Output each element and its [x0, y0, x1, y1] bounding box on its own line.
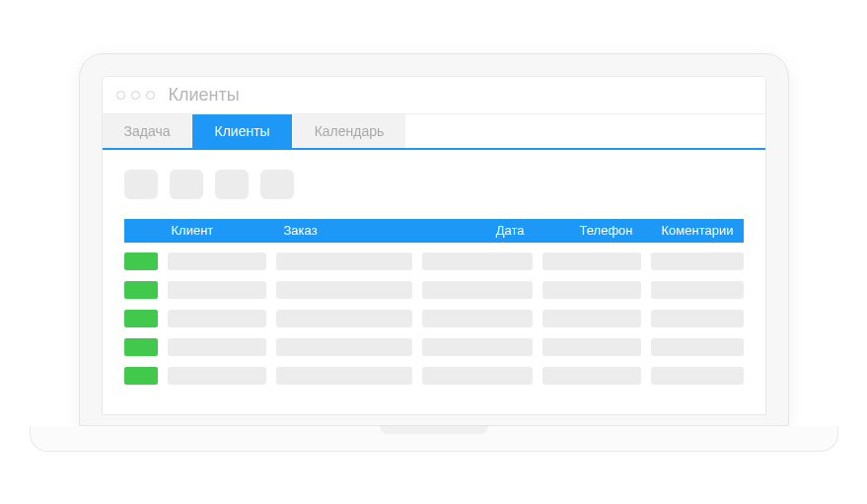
table-row[interactable] [124, 252, 744, 270]
cell-comment [651, 367, 744, 385]
window-minimize-icon[interactable] [131, 91, 140, 100]
window-zoom-icon[interactable] [146, 91, 155, 100]
cell-order [276, 310, 412, 327]
cell-phone [542, 310, 641, 327]
laptop-base [30, 426, 838, 452]
cell-comment [651, 310, 744, 327]
cell-phone [542, 281, 641, 299]
window-titlebar: Клиенты [103, 77, 765, 114]
window-close-icon[interactable] [116, 91, 125, 100]
table-header: Клиент Заказ Дата Телефон Коментарии [124, 219, 744, 243]
laptop-screen-frame: Клиенты Задача Клиенты Календарь Клие [79, 53, 789, 426]
cell-client [168, 338, 266, 356]
cell-comment [651, 252, 744, 270]
app-window: Клиенты Задача Клиенты Календарь Клие [102, 76, 766, 415]
cell-phone [542, 252, 641, 270]
cell-date [422, 281, 533, 299]
tab-clients[interactable]: Клиенты [192, 114, 291, 148]
cell-order [276, 338, 412, 356]
cell-order [276, 252, 412, 270]
cell-date [422, 310, 533, 327]
toolbar-button-3[interactable] [215, 170, 249, 199]
status-badge [124, 338, 158, 356]
cell-client [168, 310, 266, 327]
cell-comment [651, 281, 744, 299]
cell-phone [542, 338, 641, 356]
col-comment: Коментарии [651, 223, 744, 238]
cell-phone [542, 367, 641, 385]
tab-tasks[interactable]: Задача [103, 114, 192, 148]
cell-client [168, 281, 266, 299]
status-badge [124, 252, 158, 270]
cell-comment [651, 338, 744, 356]
table-row[interactable] [124, 338, 744, 356]
toolbar-button-1[interactable] [124, 170, 158, 199]
toolbar-button-2[interactable] [170, 170, 203, 199]
toolbar [124, 170, 744, 199]
table-row[interactable] [124, 367, 744, 385]
col-client: Клиент [166, 223, 278, 238]
content-area: Клиент Заказ Дата Телефон Коментарии [103, 150, 765, 414]
cell-client [168, 367, 266, 385]
cell-client [168, 252, 266, 270]
col-order: Заказ [278, 223, 424, 238]
cell-order [276, 281, 412, 299]
status-badge [124, 367, 158, 385]
tab-calendar[interactable]: Календарь [293, 114, 406, 148]
col-phone: Телефон [542, 223, 651, 238]
cell-date [422, 252, 533, 270]
status-badge [124, 281, 158, 299]
table-body [124, 252, 744, 385]
table-row[interactable] [124, 281, 744, 299]
table-row[interactable] [124, 310, 744, 327]
cell-date [422, 338, 533, 356]
cell-date [422, 367, 533, 385]
toolbar-button-4[interactable] [260, 170, 294, 199]
col-date: Дата [424, 223, 542, 238]
cell-order [276, 367, 412, 385]
window-title: Клиенты [169, 85, 240, 106]
laptop-mockup: Клиенты Задача Клиенты Календарь Клие [30, 53, 838, 452]
window-traffic-lights [116, 91, 155, 100]
tab-bar: Задача Клиенты Календарь [103, 114, 765, 150]
status-badge [124, 310, 158, 327]
clients-table: Клиент Заказ Дата Телефон Коментарии [124, 219, 744, 385]
